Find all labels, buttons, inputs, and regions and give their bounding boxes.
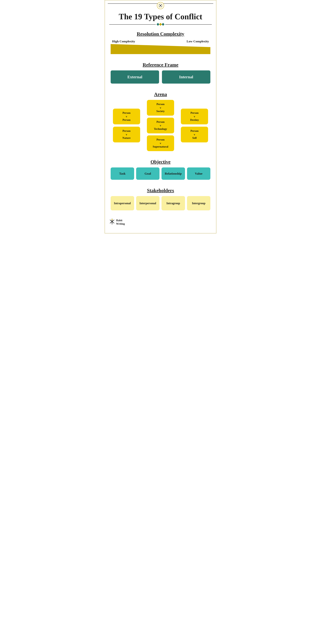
footer-x-icon <box>109 218 115 226</box>
arena-right-col: PersonvDestiny PersonvSelf <box>181 108 208 142</box>
stakeholder-intrapersonal: Intrapersonal <box>111 196 134 210</box>
reference-heading: Reference Frame <box>111 62 210 68</box>
arena-center-col: PersonvSociety PersonvTechnology Personv… <box>147 100 174 151</box>
arena-person-self: PersonvSelf <box>181 127 208 142</box>
reference-boxes: External Internal <box>111 70 210 84</box>
high-complexity-label: High Complexity <box>112 40 135 43</box>
arena-heading: Arena <box>111 92 210 97</box>
stakeholders-heading: Stakeholders <box>111 188 210 193</box>
footer-brand-text: HabitWriting <box>116 219 125 226</box>
objective-value: Value <box>187 168 211 180</box>
arena-person-person: PersonvPerson <box>113 108 140 124</box>
arena-person-supernatural: PersonvSupernatural <box>147 136 174 151</box>
objective-section: Objective Task Goal Relationship Value <box>105 156 216 182</box>
low-complexity-label: Low Complexity <box>187 40 209 43</box>
arena-person-society: PersonvSociety <box>147 100 174 116</box>
stakeholder-intragroup: Intragroup <box>162 196 185 210</box>
objective-goal: Goal <box>136 168 160 180</box>
arena-left-col: PersonvPerson PersonvNature <box>113 108 140 142</box>
resolution-heading: Resolution Complexity <box>111 31 210 37</box>
objective-task: Task <box>111 168 134 180</box>
arena-person-nature: PersonvNature <box>113 127 140 142</box>
arena-person-destiny: PersonvDestiny <box>181 108 208 124</box>
diamond-teal-2 <box>162 23 165 26</box>
arena-person-technology: PersonvTechnology <box>147 118 174 134</box>
diamond-yellow <box>159 23 162 26</box>
objective-heading: Objective <box>111 159 210 164</box>
stakeholder-intergroup: Intergroup <box>187 196 211 210</box>
diamond-teal-1 <box>156 23 159 26</box>
site-logo <box>157 2 164 9</box>
resolution-bar-shape <box>111 44 210 54</box>
stakeholders-section: Stakeholders Intrapersonal Interpersonal… <box>105 185 216 213</box>
arena-section: Arena PersonvPerson PersonvNature Person… <box>105 89 216 154</box>
internal-box: Internal <box>162 70 210 84</box>
objective-relationship: Relationship <box>162 168 185 180</box>
logo-icon <box>158 3 163 8</box>
brand-icon <box>109 218 115 225</box>
resolution-bar <box>111 44 210 54</box>
svg-marker-6 <box>111 219 113 220</box>
resolution-section: Resolution Complexity High Complexity Lo… <box>105 28 216 57</box>
resolution-labels: High Complexity Low Complexity <box>111 40 210 43</box>
stakeholder-interpersonal: Interpersonal <box>136 196 160 210</box>
footer: HabitWriting <box>105 216 216 228</box>
reference-section: Reference Frame External Internal <box>105 59 216 86</box>
external-box: External <box>111 70 159 84</box>
arena-grid: PersonvPerson PersonvNature PersonvSocie… <box>111 100 210 151</box>
page-title: The 19 Types of Conflict <box>105 9 216 22</box>
objective-boxes: Task Goal Relationship Value <box>111 168 210 180</box>
stakeholders-boxes: Intrapersonal Interpersonal Intragroup I… <box>111 196 210 210</box>
title-divider <box>105 22 216 26</box>
diamond-group <box>156 23 165 25</box>
top-header <box>105 0 216 9</box>
